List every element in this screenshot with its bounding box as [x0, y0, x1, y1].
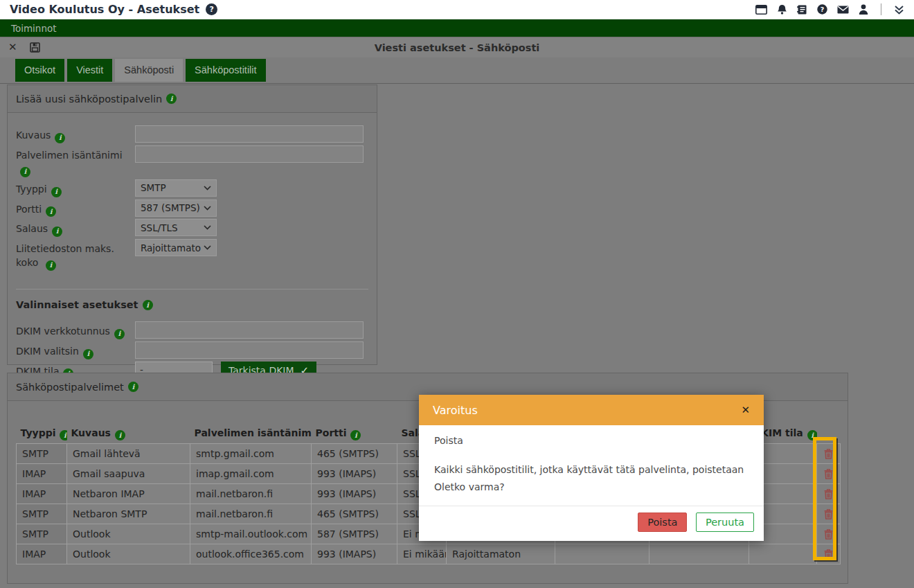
delete-server-icon[interactable]: [817, 524, 841, 544]
add-server-panel-title: Lisää uusi sähköpostipalvelin i: [8, 85, 377, 113]
notifications-bell-icon[interactable]: [777, 4, 787, 15]
maxsize-label: Liitetiedoston maks. koko i: [16, 239, 135, 271]
cell-portti: 993 (IMAPS): [312, 484, 397, 504]
menubar: Toiminnot: [0, 19, 914, 37]
cell-portti: 993 (IMAPS): [312, 544, 397, 564]
table-row: IMAPOutlookoutlook.office365.com993 (IMA…: [17, 544, 841, 564]
cell-portti: 993 (IMAPS): [312, 464, 397, 484]
view-toolbar: Viesti asetukset - Sähköposti ✕: [0, 37, 914, 57]
cell-col8: [649, 544, 749, 564]
info-icon[interactable]: i: [114, 329, 125, 339]
info-icon[interactable]: i: [166, 93, 177, 104]
info-icon[interactable]: i: [83, 349, 93, 359]
info-icon[interactable]: i: [20, 167, 30, 177]
info-icon[interactable]: i: [52, 226, 62, 237]
delete-server-icon[interactable]: [817, 504, 841, 524]
info-icon[interactable]: i: [115, 430, 125, 440]
column-header-kuvaus: Kuvausi: [67, 425, 190, 444]
hostname-input[interactable]: [135, 145, 364, 163]
delete-server-icon[interactable]: [817, 464, 841, 484]
cell-tyyppi: SMTP: [17, 524, 67, 544]
view-title: Viesti asetukset - Sähköposti: [0, 42, 914, 53]
dialog-action-text: Poista: [434, 435, 749, 446]
portti-select[interactable]: 587 (SMTPS): [135, 199, 217, 217]
salaus-select[interactable]: SSL/TLS: [135, 219, 217, 236]
cell-tyyppi: IMAP: [17, 484, 67, 504]
dkim-selector-label: DKIM valitsini: [16, 341, 135, 359]
collapse-double-chevron-icon[interactable]: [894, 5, 904, 15]
column-header-hostname: Palvelimen isäntänimii: [190, 425, 312, 444]
tab-sahkopostitilit[interactable]: Sähköpostitilit: [186, 59, 265, 82]
warning-dialog: Varoitus ✕ Poista Kaikki sähköpostitilit…: [419, 395, 764, 541]
kuvaus-input[interactable]: [135, 125, 364, 143]
confirm-delete-button[interactable]: Poista: [638, 513, 687, 532]
info-icon[interactable]: i: [128, 382, 138, 392]
contacts-book-icon[interactable]: [797, 5, 807, 15]
messages-envelope-icon[interactable]: [837, 6, 849, 14]
column-header-portti: Porttii: [312, 425, 397, 444]
add-server-panel: Lisää uusi sähköpostipalvelin i Kuvausi …: [7, 84, 377, 365]
dkim-domain-label: DKIM verkkotunnusi: [16, 321, 135, 339]
info-icon[interactable]: i: [51, 187, 62, 197]
portti-label: Porttii: [16, 199, 135, 217]
cell-kuvaus: Outlook: [67, 524, 190, 544]
dialog-close-icon[interactable]: ✕: [741, 405, 750, 416]
titlebar: Video Koulutus Oy - Asetukset ? ?: [0, 0, 914, 19]
cell-kuvaus: Netbaron SMTP: [67, 504, 190, 524]
cell-portti: 465 (SMTPS): [312, 504, 397, 524]
cell-hostname: imap.gmail.com: [190, 464, 312, 484]
salaus-label: Salausi: [16, 219, 135, 237]
info-icon[interactable]: i: [143, 300, 153, 310]
cell-tyyppi: IMAP: [17, 464, 67, 484]
tab-sahkoposti[interactable]: Sähköposti: [115, 59, 183, 82]
optional-settings-title: Valinnaiset asetukseti: [16, 299, 368, 310]
cell-salaus: Ei mikään: [397, 544, 447, 564]
cancel-button[interactable]: Peruuta: [696, 513, 754, 532]
info-icon[interactable]: i: [55, 133, 65, 143]
cell-tyyppi: SMTP: [17, 504, 67, 524]
cell-tyyppi: IMAP: [17, 544, 67, 564]
dialog-message: Kaikki sähköpostitilit, jotka käyttävät …: [434, 461, 749, 479]
window-icon[interactable]: [755, 5, 767, 15]
tyyppi-label: Tyyppii: [16, 179, 135, 197]
maxsize-select[interactable]: Rajoittamaton: [135, 239, 217, 256]
dialog-title: Varoitus: [433, 404, 478, 417]
title-help-icon[interactable]: ?: [206, 3, 217, 15]
cell-kuvaus: Gmail saapuva: [67, 464, 190, 484]
help-circle-icon[interactable]: ?: [817, 4, 827, 15]
cell-kuvaus: Netbaron IMAP: [67, 484, 190, 504]
dkim-domain-input[interactable]: [135, 321, 364, 339]
hostname-label: Palvelimen isäntänimii: [16, 145, 135, 177]
info-icon[interactable]: i: [46, 206, 56, 217]
cell-col7: [555, 544, 649, 564]
cell-hostname: mail.netbaron.fi: [190, 504, 312, 524]
kuvaus-label: Kuvausi: [16, 125, 135, 143]
info-icon[interactable]: i: [807, 430, 817, 440]
tab-otsikot[interactable]: Otsikot: [15, 59, 64, 82]
column-header-tyyppi: Tyyppii: [17, 425, 67, 444]
info-icon[interactable]: i: [60, 430, 66, 440]
dkim-selector-input[interactable]: [135, 341, 364, 359]
tab-viestit[interactable]: Viestit: [67, 59, 112, 82]
info-icon[interactable]: i: [350, 430, 361, 440]
delete-server-icon[interactable]: [817, 544, 841, 564]
user-icon[interactable]: [859, 4, 868, 15]
cell-tyyppi: SMTP: [17, 444, 67, 464]
window-title: Video Koulutus Oy - Asetukset: [10, 3, 199, 16]
menu-toiminnot[interactable]: Toiminnot: [11, 23, 57, 34]
cell-hostname: outlook.office365.com: [190, 544, 312, 564]
delete-server-icon[interactable]: [817, 444, 841, 464]
info-icon[interactable]: i: [46, 260, 56, 271]
cell-hostname: mail.netbaron.fi: [190, 484, 312, 504]
cell-portti: 465 (SMTPS): [312, 444, 397, 464]
delete-server-icon[interactable]: [817, 484, 841, 504]
app-window: Video Koulutus Oy - Asetukset ? ? Toimin…: [0, 0, 914, 588]
dialog-confirm-question: Oletko varma?: [434, 479, 749, 496]
warning-dialog-footer: Poista Peruuta: [419, 506, 764, 541]
cell-kuvaus: Gmail lähtevä: [67, 444, 190, 464]
cell-kuvaus: Outlook: [67, 544, 190, 564]
warning-dialog-header: Varoitus ✕: [419, 395, 764, 425]
titlebar-separator: [881, 3, 881, 15]
tyyppi-select[interactable]: SMTP: [135, 179, 217, 197]
settings-tabs: Otsikot Viestit Sähköposti Sähköpostitil…: [0, 57, 914, 84]
